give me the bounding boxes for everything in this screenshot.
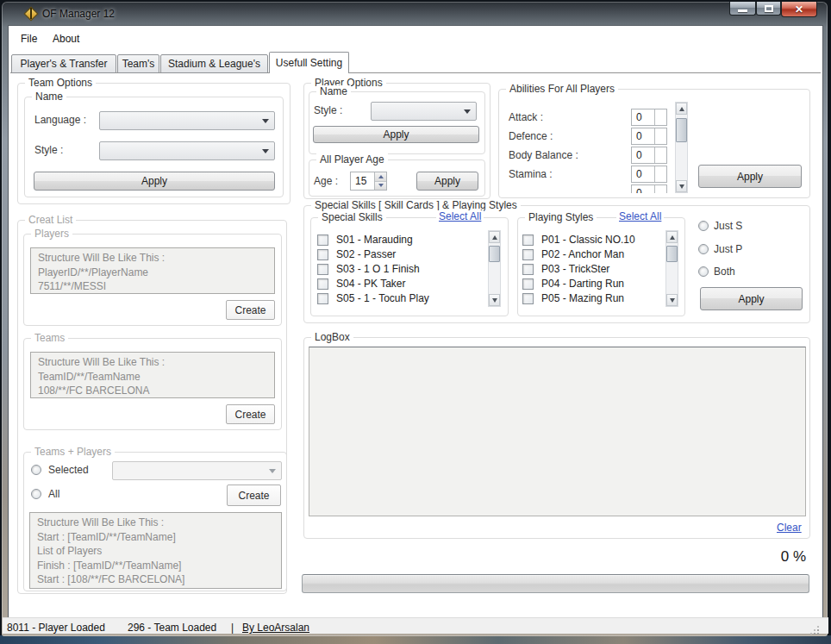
selected-radio-label[interactable]: Selected (48, 464, 89, 476)
scroll-down-icon[interactable] (666, 294, 678, 306)
selected-radio[interactable] (31, 465, 41, 475)
stamina-stepper[interactable]: 0 (631, 166, 667, 183)
team-style-select[interactable] (99, 141, 275, 160)
team-name-apply-button[interactable]: Apply (34, 172, 275, 191)
checkbox[interactable] (317, 278, 328, 290)
group-player-name: Name (309, 91, 485, 154)
special-skills-scrollbar[interactable] (488, 230, 501, 307)
teams-players-create-button[interactable]: Create (227, 485, 281, 506)
close-button[interactable] (781, 2, 817, 17)
skill-item[interactable]: S01 - Marauding (317, 234, 486, 246)
both-radio[interactable] (698, 266, 709, 277)
players-loaded-status: 8011 - Player Loaded (7, 622, 105, 634)
checkbox[interactable] (522, 278, 534, 290)
minimize-icon (738, 9, 747, 12)
special-select-all-link[interactable]: Select All (436, 210, 484, 222)
just-p-label[interactable]: Just P (714, 243, 742, 255)
scroll-up-icon[interactable] (676, 103, 687, 115)
language-select[interactable] (99, 111, 275, 130)
scrollbar-thumb[interactable] (676, 118, 687, 142)
playing-styles-scrollbar[interactable] (665, 230, 678, 307)
resize-grip[interactable] (810, 628, 819, 635)
chevron-down-icon (262, 149, 269, 153)
checkbox[interactable] (317, 293, 328, 304)
ability-stepper[interactable]: 0 (631, 184, 667, 194)
style-item[interactable]: P03 - TrickSter (522, 263, 660, 275)
playing-select-all-link[interactable]: Select All (616, 210, 664, 222)
style-item[interactable]: P05 - Mazing Run (522, 292, 660, 304)
skill-item[interactable]: S02 - Passer (317, 248, 486, 260)
group-logbox-title: LogBox (311, 331, 353, 343)
minimize-button[interactable] (729, 2, 756, 16)
playing-styles-list: P01 - Classic NO.10 P02 - Anchor Man P03… (522, 229, 660, 304)
scroll-down-icon[interactable] (676, 180, 687, 192)
clear-link[interactable]: Clear (777, 522, 802, 534)
ability-value: 0 (632, 185, 654, 194)
age-label: Age : (314, 175, 338, 187)
all-radio-label[interactable]: All (48, 488, 59, 500)
player-name-apply-button[interactable]: Apply (313, 126, 479, 143)
group-teams-title: Teams (31, 332, 68, 344)
teams-players-select[interactable] (112, 461, 282, 480)
skill-item[interactable]: S04 - PK Taker (317, 278, 486, 290)
both-label[interactable]: Both (714, 266, 735, 278)
menu-about[interactable]: About (48, 31, 84, 47)
log-textarea[interactable] (309, 347, 806, 516)
checkbox[interactable] (317, 249, 328, 260)
tab-usefull-setting[interactable]: Usefull Setting (269, 52, 349, 73)
team-style-label: Style : (34, 144, 63, 156)
skill-label: S02 - Passer (336, 248, 396, 260)
skill-label: S04 - PK Taker (336, 278, 405, 290)
tab-teams[interactable]: Team's (117, 54, 159, 73)
abilities-scrollbar[interactable] (675, 102, 688, 193)
age-apply-button[interactable]: Apply (416, 172, 478, 191)
teams-create-button[interactable]: Create (226, 404, 275, 424)
teams-structure-text: Structure Will Be Like This : TeamID/**/… (30, 352, 275, 398)
just-s-radio[interactable] (698, 221, 709, 231)
checkbox[interactable] (522, 234, 534, 246)
app-icon (24, 7, 37, 20)
desktop-wallpaper-strip (0, 635, 831, 644)
checkbox[interactable] (522, 293, 534, 304)
age-stepper[interactable]: 15 (350, 172, 387, 191)
player-style-select[interactable] (371, 102, 477, 121)
skill-label: S05 - 1 - Tocuh Play (336, 292, 429, 304)
credit-link[interactable]: By LeoArsalan (242, 622, 309, 634)
checkbox[interactable] (317, 264, 328, 275)
tab-players-transfer[interactable]: Player's & Transfer (11, 54, 116, 73)
maximize-button[interactable] (756, 2, 781, 16)
checkbox[interactable] (522, 264, 534, 275)
defence-stepper[interactable]: 0 (631, 128, 667, 145)
scroll-up-icon[interactable] (666, 231, 678, 243)
checkbox[interactable] (317, 234, 328, 246)
players-create-button[interactable]: Create (226, 300, 275, 320)
style-item[interactable]: P01 - Classic NO.10 (522, 234, 660, 246)
checkbox[interactable] (522, 249, 534, 260)
scrollbar-thumb[interactable] (489, 246, 500, 262)
skill-item[interactable]: S05 - 1 - Tocuh Play (317, 292, 486, 304)
group-skills-title: Special Skills [ Skill Cards ] & Playing… (311, 199, 521, 211)
all-radio[interactable] (31, 489, 41, 499)
menu-file[interactable]: File (16, 31, 41, 47)
scroll-down-icon[interactable] (489, 294, 500, 306)
language-label: Language : (34, 114, 86, 126)
just-s-label[interactable]: Just S (714, 220, 742, 232)
ability-row: 0 (509, 184, 667, 193)
stamina-value: 0 (632, 166, 654, 182)
scrollbar-thumb[interactable] (666, 246, 678, 262)
group-teams-players-title: Teams + Players (31, 446, 115, 458)
body-balance-stepper[interactable]: 0 (631, 147, 667, 164)
skill-item[interactable]: S03 - 1 O 1 Finish (317, 263, 486, 275)
spin-up-icon[interactable] (375, 172, 386, 181)
skills-apply-button[interactable]: Apply (700, 287, 803, 310)
just-p-radio[interactable] (698, 244, 709, 254)
group-team-name-title: Name (32, 91, 66, 103)
attack-stepper[interactable]: 0 (631, 109, 667, 126)
style-item[interactable]: P04 - Darting Run (522, 278, 660, 290)
scroll-up-icon[interactable] (489, 231, 500, 243)
spin-down-icon[interactable] (375, 181, 386, 191)
tab-stadium-leagues[interactable]: Stadium & League's (160, 54, 268, 73)
style-item[interactable]: P02 - Anchor Man (522, 248, 660, 260)
style-label: P05 - Mazing Run (541, 292, 624, 304)
abilities-apply-button[interactable]: Apply (698, 165, 802, 188)
